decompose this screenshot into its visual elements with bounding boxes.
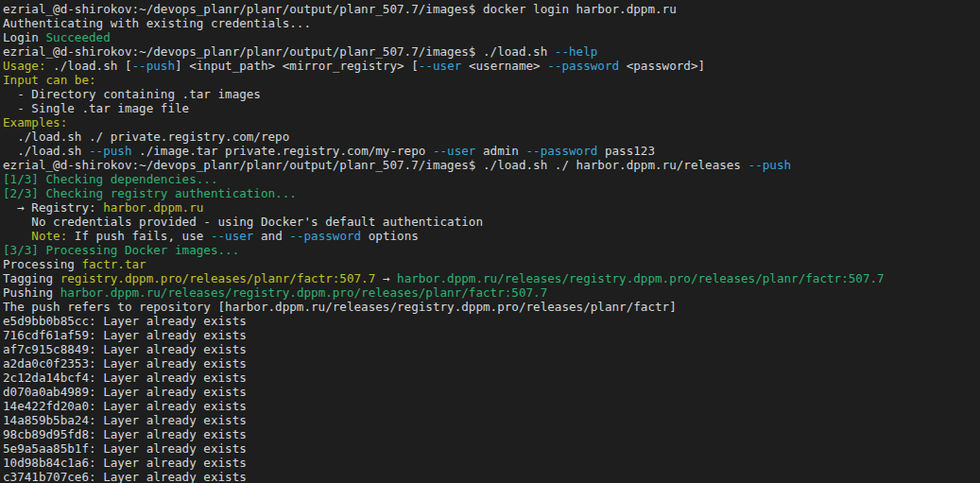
terminal-text-segment: --password	[289, 229, 361, 243]
terminal-line: 98cb89d95fd8: Layer already exists	[3, 427, 980, 441]
terminal-text-segment: a2da0c0f2353: Layer already exists	[3, 356, 247, 371]
terminal-text-segment: ./load.sh	[3, 144, 89, 158]
terminal-text-segment: 14e422fd20a0: Layer already exists	[3, 399, 247, 413]
terminal-line: [1/3] Checking dependencies...	[3, 172, 980, 186]
terminal-line: af7c915c8849: Layer already exists	[3, 342, 980, 356]
terminal-text-segment: and	[253, 229, 289, 243]
terminal-line: ezrial_@d-shirokov:~/devops_planr/planr/…	[3, 2, 980, 16]
terminal-text-segment: harbor.dppm.ru/releases/registry.dppm.pr…	[397, 271, 885, 285]
terminal-text-segment: --push	[748, 158, 792, 172]
terminal-text-segment: ezrial_@d-shirokov:~/devops_planr/planr/…	[3, 158, 748, 172]
terminal-line: 14e422fd20a0: Layer already exists	[3, 399, 980, 413]
terminal-text-segment: --user	[211, 229, 254, 243]
terminal-text-segment: Authenticating with existing credentials…	[3, 16, 311, 30]
terminal-line: No credentials provided - using Docker's…	[3, 215, 980, 229]
terminal-text-segment: d070a0ab4989: Layer already exists	[3, 385, 247, 399]
terminal-text-segment: 98cb89d95fd8: Layer already exists	[3, 427, 247, 441]
terminal-line: [3/3] Processing Docker images...	[3, 243, 980, 257]
terminal-text-segment: harbor.dppm.ru/releases/registry.dppm.pr…	[60, 285, 548, 300]
terminal-line: a2da0c0f2353: Layer already exists	[3, 356, 980, 371]
terminal-text-segment: → Registry:	[3, 200, 103, 215]
terminal-line: 14a859b5ba24: Layer already exists	[3, 413, 980, 427]
terminal-text-segment: ./load.sh ./ private.registry.com/repo	[3, 129, 289, 144]
terminal-text-segment: If push fails, use	[67, 229, 211, 243]
terminal-line: Login Succeeded	[3, 30, 980, 44]
terminal-line: [2/3] Checking registry authentication..…	[3, 186, 980, 200]
terminal-text-segment: --push	[132, 59, 176, 73]
terminal-text-segment: Pushing	[3, 285, 60, 300]
terminal-text-segment: [1/3] Checking dependencies...	[3, 172, 217, 186]
terminal-text-segment: 5e9a5aa85b1f: Layer already exists	[3, 441, 247, 456]
terminal-text-segment: →	[375, 271, 397, 285]
terminal-text-segment: - Directory containing .tar images	[3, 87, 261, 101]
terminal-text-segment: Usage:	[3, 59, 46, 73]
terminal-line: - Single .tar image file	[3, 101, 980, 115]
terminal-line: Processing factr.tar	[3, 257, 980, 271]
terminal-line: e5d9bb0b85cc: Layer already exists	[3, 314, 980, 328]
terminal-line: ezrial_@d-shirokov:~/devops_planr/planr/…	[3, 44, 980, 59]
terminal-line: Usage: ./load.sh [--push] <input_path> <…	[3, 59, 980, 73]
terminal-text-segment: <password>]	[619, 59, 705, 73]
terminal-text-segment: 716cdf61af59: Layer already exists	[3, 328, 247, 342]
terminal-line: Examples:	[3, 115, 980, 129]
terminal-text-segment: Succeeded	[46, 30, 111, 44]
terminal-text-segment: options	[361, 229, 419, 243]
terminal-text-segment: e5d9bb0b85cc: Layer already exists	[3, 314, 247, 328]
terminal-line: d070a0ab4989: Layer already exists	[3, 385, 980, 399]
terminal-line: → Registry: harbor.dppm.ru	[3, 200, 980, 215]
terminal-text-segment: c3741b707ce6: Layer already exists	[3, 470, 247, 483]
terminal-text-segment: <username>	[461, 59, 547, 73]
terminal-text-segment: pass123	[597, 144, 655, 158]
terminal-text-segment: Input can be:	[3, 73, 96, 87]
terminal-text-segment: Tagging	[3, 271, 60, 285]
terminal-text-segment: --password	[547, 59, 619, 73]
terminal-text-segment: --help	[555, 44, 598, 59]
terminal-text-segment: Note:	[31, 229, 67, 243]
terminal-line: 10d98b84c1a6: Layer already exists	[3, 456, 980, 470]
terminal-text-segment: factr.tar	[81, 257, 146, 271]
terminal-text-segment: --push	[89, 144, 132, 158]
terminal-text-segment: registry.dppm.pro/releases/planr/factr:5…	[60, 271, 376, 285]
terminal-text-segment: ./image.tar private.registry.com/my-repo	[132, 144, 433, 158]
terminal-text-segment: af7c915c8849: Layer already exists	[3, 342, 247, 356]
terminal-line: - Directory containing .tar images	[3, 87, 980, 101]
terminal-text-segment: [2/3] Checking registry authentication..…	[3, 186, 297, 200]
terminal-line: 716cdf61af59: Layer already exists	[3, 328, 980, 342]
terminal-line: ./load.sh --push ./image.tar private.reg…	[3, 144, 980, 158]
terminal-text-segment: --user	[419, 59, 462, 73]
terminal-text-segment: harbor.dppm.ru	[103, 200, 203, 215]
terminal-line: Tagging registry.dppm.pro/releases/planr…	[3, 271, 980, 285]
terminal-text-segment: ] <input_path> <mirror_registry> [	[175, 59, 419, 73]
terminal-output[interactable]: ezrial_@d-shirokov:~/devops_planr/planr/…	[0, 0, 980, 483]
terminal-line: ezrial_@d-shirokov:~/devops_planr/planr/…	[3, 158, 980, 172]
terminal-text-segment: --password	[526, 144, 598, 158]
terminal-text-segment: admin	[475, 144, 525, 158]
terminal-text-segment: [3/3] Processing Docker images...	[3, 243, 239, 257]
terminal-line: Authenticating with existing credentials…	[3, 16, 980, 30]
terminal-text-segment: 14a859b5ba24: Layer already exists	[3, 413, 247, 427]
terminal-text-segment: ./load.sh [	[46, 59, 132, 73]
terminal-line: 2c12da14bcf4: Layer already exists	[3, 371, 980, 385]
terminal-text-segment: 2c12da14bcf4: Layer already exists	[3, 371, 247, 385]
terminal-text-segment	[3, 229, 31, 243]
terminal-text-segment: --user	[433, 144, 476, 158]
terminal-text-segment: Processing	[3, 257, 81, 271]
terminal-line: Pushing harbor.dppm.ru/releases/registry…	[3, 285, 980, 300]
terminal-text-segment: ezrial_@d-shirokov:~/devops_planr/planr/…	[3, 44, 555, 59]
terminal-line: Input can be:	[3, 73, 980, 87]
terminal-line: Note: If push fails, use --user and --pa…	[3, 229, 980, 243]
terminal-text-segment: The push refers to repository [harbor.dp…	[3, 300, 677, 314]
terminal-text-segment: - Single .tar image file	[3, 101, 189, 115]
terminal-text-segment: No credentials provided - using Docker's…	[3, 215, 483, 229]
terminal-line: c3741b707ce6: Layer already exists	[3, 470, 980, 483]
terminal-text-segment: ezrial_@d-shirokov:~/devops_planr/planr/…	[3, 2, 677, 16]
terminal-text-segment: Login	[3, 30, 46, 44]
terminal-line: The push refers to repository [harbor.dp…	[3, 300, 980, 314]
terminal-text-segment: 10d98b84c1a6: Layer already exists	[3, 456, 247, 470]
terminal-line: 5e9a5aa85b1f: Layer already exists	[3, 441, 980, 456]
terminal-line: ./load.sh ./ private.registry.com/repo	[3, 129, 980, 144]
terminal-text-segment: Examples:	[3, 115, 67, 129]
